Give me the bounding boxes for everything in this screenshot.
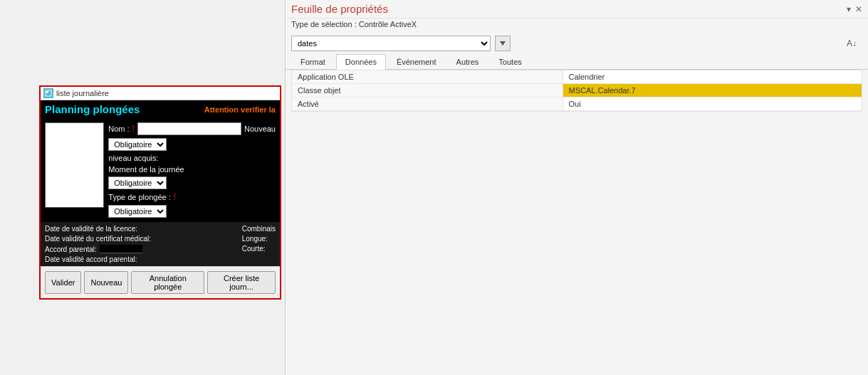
props-tabs: Format Données Événement Autres Toutes [286,54,868,70]
obligatoire-row: Obligatoire [108,138,276,151]
accord-parental-input[interactable] [100,245,142,253]
sort-button[interactable]: A↓ [847,38,857,48]
form-title: liste journalière [56,89,109,97]
tab-evenement[interactable]: Événement [387,54,446,69]
bottom-left: Date de validité de la licence: Date val… [45,225,236,263]
accord-parental-label: Accord parental: [45,245,97,253]
attention-text: Attention verifier la [204,105,276,114]
niveau-label: niveau acquis: [108,154,158,162]
properties-table: Application OLE Calendrier Classe objet … [292,70,862,111]
properties-panel: Feuille de propriétés ▾ ✕ Type de sélect… [285,0,868,375]
type-selection-label: Type de sélection : [291,20,359,28]
form-header: Planning plongées Attention verifier la [41,100,280,118]
accord-parental-row: Accord parental: [45,245,236,253]
combinaison-label: Combinais [242,225,276,233]
table-row: Classe objet MSCAL.Calendar.7 [292,84,862,97]
nom-required: ! [132,124,135,134]
bottom-right: Combinais Longue: Courte: [242,225,276,263]
selector-row: dates A↓ [286,33,868,54]
date-certificat-row: Date validité du certificat médical: [45,235,236,243]
moment-label: Moment de la journée [108,165,184,174]
annulation-button[interactable]: Annulation plongée [131,271,204,294]
creer-liste-button[interactable]: Créer liste journ... [207,271,276,294]
nom-input[interactable] [137,122,241,135]
type-required: ! [174,192,176,202]
obligatoire-select[interactable]: Obligatoire [108,138,167,151]
form-body: Nom : ! Nouveau Obligatoire niveau acqui… [41,118,280,222]
moment-select-row: Obligatoire [108,176,276,189]
form-fields: Nom : ! Nouveau Obligatoire niveau acqui… [108,122,276,218]
close-button[interactable]: ✕ [855,4,862,14]
table-row: Activé Oui [292,97,862,111]
props-subtitle: Type de sélection : Contrôle ActiveX [286,19,868,33]
selector-dropdown-button[interactable] [495,36,511,51]
properties-table-wrapper: Application OLE Calendrier Classe objet … [291,70,862,112]
minimize-button[interactable]: ▾ [847,4,851,14]
table-row: Application OLE Calendrier [292,70,862,84]
tab-format[interactable]: Format [291,54,335,69]
type-label: Type de plongée : [108,193,170,201]
type-selection-value: Contrôle ActiveX [359,20,417,28]
window-controls: ▾ ✕ [847,4,862,14]
courte-label: Courte: [242,245,276,253]
form-titlebar: liste journalière [41,87,280,100]
tab-autres[interactable]: Autres [447,54,488,69]
niveau-row: niveau acquis: [108,154,276,162]
valider-button[interactable]: Valider [45,271,81,294]
props-titlebar: Feuille de propriétés ▾ ✕ [286,0,868,19]
nouveau-button[interactable]: Nouveau [84,271,128,294]
date-certificat-label: Date validité du certificat médical: [45,235,151,243]
date-validite-label: Date de validité de la licence: [45,225,137,233]
tab-donnees[interactable]: Données [336,54,386,70]
prop-value-ole: Calendrier [563,70,862,84]
date-accord-row: Date validité accord parental: [45,255,236,263]
nouveau-label: Nouveau [244,125,276,133]
planning-title: Planning plongées [45,103,140,115]
form-icon [43,88,53,98]
prop-name-classe: Classe objet [292,84,563,97]
nom-label: Nom : [108,125,129,133]
prop-name-active: Activé [292,97,563,111]
longue-label: Longue: [242,235,276,243]
prop-value-classe: MSCAL.Calendar.7 [563,84,862,97]
left-form-panel: liste journalière Planning plongées Atte… [39,85,281,300]
nom-row: Nom : ! Nouveau [108,122,276,135]
moment-row: Moment de la journée [108,165,276,174]
form-buttons: Valider Nouveau Annulation plongée Créer… [41,266,280,298]
props-title: Feuille de propriétés [291,3,388,15]
moment-select[interactable]: Obligatoire [108,176,167,189]
date-accord-label: Date validité accord parental: [45,255,137,263]
svg-rect-1 [46,91,48,93]
object-selector[interactable]: dates [291,36,491,51]
type-select[interactable]: Obligatoire [108,205,167,218]
type-select-row: Obligatoire [108,205,276,218]
date-validite-row: Date de validité de la licence: [45,225,236,233]
photo-area [45,122,104,208]
tab-toutes[interactable]: Toutes [489,54,530,69]
prop-value-active: Oui [563,97,862,111]
type-plongee-row: Type de plongée : ! [108,192,276,202]
prop-name-ole: Application OLE [292,70,563,84]
form-bottom: Date de validité de la licence: Date val… [41,222,280,266]
